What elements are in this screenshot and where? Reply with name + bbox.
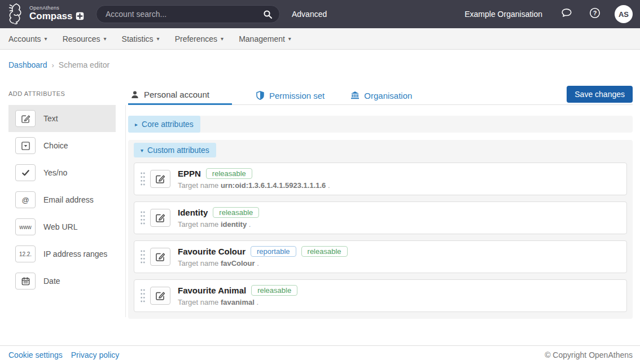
help-button[interactable]: ? <box>589 7 601 21</box>
brand-compass-label: Compass <box>29 11 73 21</box>
sidebar-item-label: Yes/no <box>43 168 67 177</box>
drag-handle-icon[interactable] <box>140 288 146 303</box>
tab-permission-set[interactable]: Permission set <box>253 86 327 105</box>
menu-statistics[interactable]: Statistics ▾ <box>122 34 160 43</box>
chevron-down-icon: ▾ <box>288 36 291 42</box>
copyright-text: © Copyright OpenAthens <box>545 350 633 359</box>
edit-attribute-button[interactable] <box>150 170 170 188</box>
triangle-right-icon: ▸ <box>135 121 138 128</box>
chevron-down-icon: ▾ <box>45 36 47 42</box>
releasable-badge: releasable <box>251 285 297 296</box>
attribute-card-identity: Identity releasable Target name identity… <box>134 201 627 234</box>
edit-attribute-button[interactable] <box>150 248 170 266</box>
www-icon: www <box>15 218 36 235</box>
chat-button[interactable] <box>560 7 573 21</box>
triangle-down-icon: ▾ <box>141 147 143 154</box>
target-name-label: Target name <box>178 259 218 267</box>
edit-icon <box>155 291 165 301</box>
attribute-name: Identity <box>178 208 208 217</box>
schema-editor-page: OpenAthens Compass Advanced Example Orga… <box>0 0 640 364</box>
brand-logo[interactable]: OpenAthens Compass <box>5 2 84 25</box>
save-changes-button[interactable]: Save changes <box>567 86 633 103</box>
sidebar-item-label: Web URL <box>43 222 77 231</box>
edit-icon <box>155 213 165 223</box>
attribute-card-favourite-colour: Favourite Colour reportable releasable T… <box>134 240 627 273</box>
sidebar-item-choice[interactable]: Choice <box>8 132 116 159</box>
breadcrumb-current: Schema editor <box>59 60 109 69</box>
top-navbar: OpenAthens Compass Advanced Example Orga… <box>0 0 640 28</box>
custom-attributes-section: ▾ Custom attributes EP <box>128 140 633 319</box>
sidebar-item-label: IP address ranges <box>43 249 107 258</box>
sidebar-item-label: Date <box>43 277 60 286</box>
menu-management[interactable]: Management ▾ <box>239 34 291 43</box>
account-search-input[interactable] <box>106 10 263 19</box>
attribute-name: EPPN <box>178 169 201 178</box>
menu-accounts-label: Accounts <box>8 34 41 43</box>
tab-personal-account[interactable]: Personal account <box>128 86 232 105</box>
sidebar-item-web-url[interactable]: www Web URL <box>8 213 116 240</box>
organisation-name[interactable]: Example Organisation <box>464 10 542 19</box>
menu-preferences-label: Preferences <box>175 34 217 43</box>
calendar-icon <box>15 273 36 290</box>
sidebar-divider <box>125 105 126 317</box>
add-attributes-heading: ADD ATTRIBUTES <box>8 90 65 97</box>
custom-attributes-toggle[interactable]: ▾ Custom attributes <box>134 143 216 157</box>
ip-range-icon: 12.2. <box>15 245 36 262</box>
shield-icon <box>256 91 265 100</box>
tab-label: Permission set <box>269 91 325 100</box>
chevron-down-icon: ▾ <box>221 36 223 42</box>
attribute-card-favourite-animal: Favourite Animal releasable Target name … <box>134 279 627 312</box>
attribute-name: Favourite Animal <box>178 286 246 295</box>
chat-bubble-icon <box>560 7 573 19</box>
check-icon <box>15 164 36 181</box>
drag-handle-icon[interactable] <box>140 172 146 186</box>
sidebar-item-text[interactable]: Text <box>8 105 116 132</box>
breadcrumb: Dashboard › Schema editor <box>8 60 109 69</box>
menu-preferences[interactable]: Preferences ▾ <box>175 34 224 43</box>
target-suffix: . <box>249 220 251 229</box>
sidebar-item-date[interactable]: Date <box>8 267 116 295</box>
section-label: Custom attributes <box>147 146 209 155</box>
cookie-settings-link[interactable]: Cookie settings <box>8 350 63 359</box>
target-name-value: favColour <box>221 259 255 267</box>
user-avatar[interactable]: AS <box>615 5 633 23</box>
drag-handle-icon[interactable] <box>140 249 146 264</box>
attribute-details: Identity releasable Target name identity… <box>178 207 259 229</box>
privacy-policy-link[interactable]: Privacy policy <box>71 350 120 359</box>
sidebar-item-yes-no[interactable]: Yes/no <box>8 159 116 186</box>
tab-organisation[interactable]: Organisation <box>348 86 414 105</box>
attribute-target-line: Target name identity . <box>178 220 259 229</box>
edit-icon <box>155 174 165 184</box>
edit-attribute-button[interactable] <box>150 287 170 305</box>
menu-resources[interactable]: Resources ▾ <box>63 34 107 43</box>
core-attributes-toggle[interactable]: ▸ Core attributes <box>128 116 200 133</box>
target-name-label: Target name <box>178 298 218 306</box>
menu-resources-label: Resources <box>63 34 100 43</box>
svg-text:?: ? <box>593 10 597 16</box>
schema-tabs: Personal account Permission set Organisa… <box>128 86 633 105</box>
main-menu-bar: Accounts ▾ Resources ▾ Statistics ▾ Pref… <box>0 28 640 50</box>
person-icon <box>130 90 139 99</box>
sidebar-item-ip-address-ranges[interactable]: 12.2. IP address ranges <box>8 240 116 267</box>
breadcrumb-dashboard-link[interactable]: Dashboard <box>8 60 47 69</box>
topbar-right-group: Example Organisation ? AS <box>464 0 633 28</box>
sidebar-item-label: Choice <box>43 141 68 150</box>
brand-text: OpenAthens Compass <box>29 6 84 21</box>
sidebar-item-label: Email address <box>43 195 94 204</box>
edit-attribute-button[interactable] <box>150 209 170 227</box>
attribute-card-eppn: EPPN releasable Target name urn:oid:1.3.… <box>134 163 627 195</box>
sidebar-item-email-address[interactable]: @ Email address <box>8 186 116 213</box>
breadcrumb-separator: › <box>52 61 54 69</box>
drag-handle-icon[interactable] <box>140 210 146 225</box>
attribute-target-line: Target name favColour . <box>178 259 348 267</box>
tab-label: Organisation <box>364 91 412 100</box>
text-edit-icon <box>15 110 36 127</box>
attribute-name: Favourite Colour <box>178 247 246 256</box>
advanced-search-link[interactable]: Advanced <box>292 0 327 28</box>
choice-dropdown-icon <box>15 137 36 154</box>
target-name-value: urn:oid:1.3.6.1.4.1.5923.1.1.1.6 <box>221 181 326 190</box>
target-suffix: . <box>257 298 259 306</box>
attribute-details: Favourite Colour reportable releasable T… <box>178 246 348 267</box>
search-icon[interactable] <box>263 10 273 19</box>
menu-accounts[interactable]: Accounts ▾ <box>8 34 47 43</box>
